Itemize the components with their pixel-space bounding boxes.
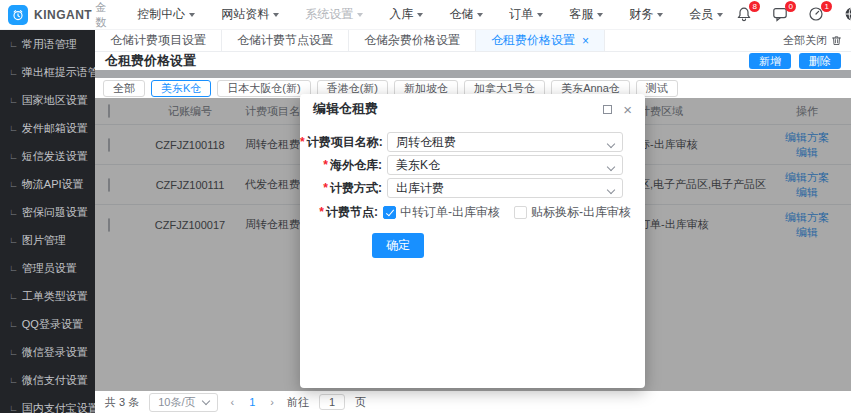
nav-menu-item[interactable]: 财务 xyxy=(616,0,676,30)
nav-menu-item[interactable]: 仓储 xyxy=(436,0,496,30)
delete-button[interactable]: 删除 xyxy=(799,53,841,69)
billing-method-select[interactable]: 出库计费 xyxy=(387,178,623,198)
nav-menu-item[interactable]: 订单 xyxy=(496,0,556,30)
goto-label: 前往 xyxy=(287,395,309,410)
close-icon[interactable] xyxy=(623,104,632,115)
nav-menu: 控制中心 网站资料 系统设置 入库 仓储 订单 客服 财务 会员 xyxy=(124,0,736,30)
field-label-overseas-warehouse: 海外仓库: xyxy=(300,157,382,174)
page-tabs: 仓储计费项目设置 仓储计费节点设置 仓储杂费价格设置 仓租费价格设置 全部关闭 xyxy=(95,30,851,52)
nav-menu-item[interactable]: 系统设置 xyxy=(292,0,376,30)
sidebar-item[interactable]: 弹出框提示语管理 xyxy=(0,58,95,86)
chevron-down-icon xyxy=(607,163,615,171)
chevron-down-icon xyxy=(717,13,723,17)
pagination-bar: 共 3 条 10条/页 1 前往 页 xyxy=(95,391,851,413)
chat-badge: 0 xyxy=(785,1,796,12)
sidebar-item[interactable]: 物流API设置 xyxy=(0,170,95,198)
app-window: KINGANT 金数 控制中心 网站资料 系统设置 入库 仓储 订单 客服 财务… xyxy=(0,0,851,413)
tab-warehouse-rent-price[interactable]: 仓租费价格设置 xyxy=(476,30,605,51)
chevron-down-icon xyxy=(607,186,615,194)
page-header: 仓租费价格设置 新增 删除 xyxy=(95,52,851,70)
bell-badge: 8 xyxy=(749,1,760,12)
sidebar-item[interactable]: 工单类型设置 xyxy=(0,282,95,310)
globe-icon[interactable] xyxy=(844,6,851,23)
bell-icon[interactable]: 8 xyxy=(736,6,753,23)
chevron-down-icon xyxy=(607,140,615,148)
page-title: 仓租费价格设置 xyxy=(105,52,196,70)
chevron-down-icon xyxy=(273,13,279,17)
nav-menu-item[interactable]: 会员 xyxy=(676,0,736,30)
brand-suffix: 金数 xyxy=(95,0,106,30)
chat-icon[interactable]: 0 xyxy=(772,6,789,23)
dialog-title: 编辑仓租费 xyxy=(313,100,378,118)
main-area: 仓储计费项目设置 仓储计费节点设置 仓储杂费价格设置 仓租费价格设置 全部关闭 … xyxy=(95,30,851,413)
add-button[interactable]: 新增 xyxy=(749,53,791,69)
sidebar-item[interactable]: 管理员设置 xyxy=(0,254,95,282)
chevron-down-icon xyxy=(597,13,603,17)
sidebar: 常用语管理 弹出框提示语管理 国家地区设置 发件邮箱设置 短信发送设置 物流AP… xyxy=(0,30,95,413)
chevron-down-icon xyxy=(201,396,209,404)
gauge-icon[interactable]: 1 xyxy=(808,6,825,23)
relabel-checkbox-label: 贴标换标-出库审核 xyxy=(531,204,631,221)
sidebar-item[interactable]: 国家地区设置 xyxy=(0,86,95,114)
nav-menu-item[interactable]: 客服 xyxy=(556,0,616,30)
nav-menu-item[interactable]: 入库 xyxy=(376,0,436,30)
transfer-order-checkbox-label: 中转订单-出库审核 xyxy=(400,204,500,221)
chevron-down-icon xyxy=(657,13,663,17)
brand-logo-icon xyxy=(8,5,28,25)
page-unit-label: 页 xyxy=(355,395,366,410)
page-number[interactable]: 1 xyxy=(247,396,257,408)
tab-warehouse-misc-price[interactable]: 仓储杂费价格设置 xyxy=(349,30,476,51)
dialog-body: 计费项目名称: 周转仓租费 海外仓库: 美东K仓 计费方式: xyxy=(300,124,645,258)
gauge-badge: 1 xyxy=(821,1,832,12)
field-label-billing-node: 计费节点: xyxy=(300,204,378,221)
brand-name: KINGANT xyxy=(34,8,92,22)
sidebar-item[interactable]: 密保问题设置 xyxy=(0,198,95,226)
nav-menu-item[interactable]: 网站资料 xyxy=(208,0,292,30)
chevron-down-icon xyxy=(189,13,195,17)
sidebar-item[interactable]: 常用语管理 xyxy=(0,30,95,58)
sidebar-item[interactable]: 图片管理 xyxy=(0,226,95,254)
page-size-select[interactable]: 10条/页 xyxy=(149,393,217,412)
filter-chip-active[interactable]: 美东K仓 xyxy=(151,80,211,97)
field-label-billing-method: 计费方式: xyxy=(300,180,382,197)
total-count: 共 3 条 xyxy=(105,395,139,410)
chevron-down-icon xyxy=(477,13,483,17)
tab-warehouse-billing-items[interactable]: 仓储计费项目设置 xyxy=(95,30,222,51)
sidebar-item[interactable]: 微信支付设置 xyxy=(0,366,95,394)
sidebar-item[interactable]: 微信登录设置 xyxy=(0,338,95,366)
billing-item-select[interactable]: 周转仓租费 xyxy=(387,132,623,152)
nav-menu-item[interactable]: 控制中心 xyxy=(124,0,208,30)
transfer-order-checkbox[interactable] xyxy=(383,206,396,219)
sidebar-item[interactable]: 短信发送设置 xyxy=(0,142,95,170)
chevron-down-icon xyxy=(357,13,363,17)
relabel-checkbox[interactable] xyxy=(514,206,527,219)
chevron-down-icon xyxy=(537,13,543,17)
chevron-down-icon xyxy=(417,13,423,17)
close-all-tabs-button[interactable]: 全部关闭 xyxy=(783,30,851,51)
sidebar-item[interactable]: 发件邮箱设置 xyxy=(0,114,95,142)
filter-chip-all[interactable]: 全部 xyxy=(103,80,145,97)
dialog-header: 编辑仓租费 xyxy=(300,94,645,124)
next-page-button[interactable] xyxy=(267,396,277,408)
goto-page-input[interactable] xyxy=(319,394,345,410)
filter-chip[interactable]: 日本大阪仓(新) xyxy=(217,80,310,97)
overseas-warehouse-select[interactable]: 美东K仓 xyxy=(387,155,623,175)
sidebar-item[interactable]: QQ登录设置 xyxy=(0,310,95,338)
field-label-billing-item: 计费项目名称: xyxy=(300,134,382,151)
tab-warehouse-billing-nodes[interactable]: 仓储计费节点设置 xyxy=(222,30,349,51)
sidebar-item[interactable]: 国内支付宝设置 xyxy=(0,394,95,413)
edit-rent-dialog: 编辑仓租费 计费项目名称: 周转仓租费 海外仓库: 美东K xyxy=(300,94,645,388)
prev-page-button[interactable] xyxy=(228,396,238,408)
minimize-icon[interactable] xyxy=(603,105,612,114)
nav-toolbar: 8 0 1 iadmin xyxy=(736,0,851,29)
dimmed-gap xyxy=(95,70,851,78)
confirm-button[interactable]: 确定 xyxy=(372,233,424,258)
top-navbar: KINGANT 金数 控制中心 网站资料 系统设置 入库 仓储 订单 客服 财务… xyxy=(0,0,851,30)
tab-close-icon[interactable] xyxy=(582,35,589,47)
trash-icon xyxy=(831,35,842,46)
